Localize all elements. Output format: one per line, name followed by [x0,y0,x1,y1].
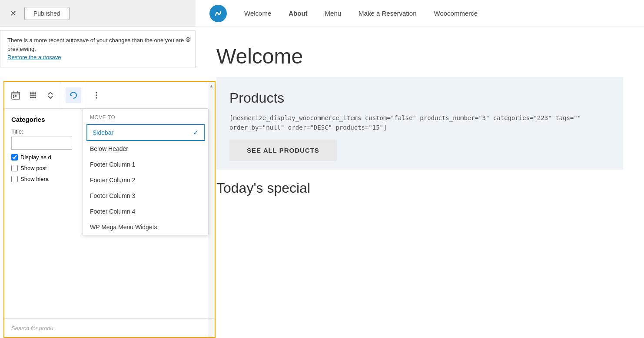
nav-welcome[interactable]: Welcome [244,10,271,17]
below-header-label: Below Header [90,145,128,152]
nav-logo [209,5,227,22]
nav-about[interactable]: About [289,10,307,17]
display-as-checkbox[interactable] [11,154,18,161]
nav-reservation[interactable]: Make a Reservation [359,10,416,17]
see-all-products-button[interactable]: SEE ALL PRODUCTS [229,140,337,161]
scroll-up-indicator: ▲ [209,84,214,88]
more-options-button[interactable] [89,87,104,103]
refresh-button[interactable] [66,87,81,103]
autosave-notice: ⊗ There is a more recent autosave of you… [0,30,196,67]
svg-point-11 [32,94,34,96]
svg-rect-6 [13,97,14,98]
restore-autosave-link[interactable]: Restore the autosave [7,54,61,60]
preview-area: Welcome About Menu Make a Reservation Wo… [196,0,644,338]
move-to-below-header[interactable]: Below Header [83,141,208,157]
search-area: Search for produ [4,318,215,337]
toolbar-group-more [85,82,108,108]
preview-nav: Welcome About Menu Make a Reservation Wo… [196,0,644,27]
svg-point-10 [30,94,32,96]
selected-checkmark: ✓ [193,128,199,137]
published-button[interactable]: Published [24,7,70,20]
calendar-icon-button[interactable] [8,87,23,103]
nav-menu[interactable]: Menu [325,10,342,17]
nav-woocommerce[interactable]: Woocommerce [434,10,478,17]
products-title: Products [229,90,610,106]
wp-mega-menu-label: WP Mega Menu Widgets [90,224,157,231]
move-to-footer-col1[interactable]: Footer Column 1 [83,157,208,172]
updown-button[interactable] [43,87,58,103]
footer-col1-label: Footer Column 1 [90,161,135,168]
preview-welcome-heading: Welcome [216,44,623,68]
preview-content: Welcome Products [mesmerize_display_wooc… [196,27,644,214]
svg-point-8 [32,92,34,94]
svg-rect-4 [13,95,14,97]
left-panel: ▲ Categories Title: Display as d Show po… [3,81,216,338]
svg-point-9 [34,92,36,94]
show-hier-checkbox[interactable] [11,176,18,182]
show-posts-checkbox[interactable] [11,165,18,171]
show-posts-label: Show post [20,165,47,171]
svg-point-17 [96,94,97,96]
footer-col2-label: Footer Column 2 [90,177,135,184]
scroll-bar: ▲ [208,82,215,337]
title-input[interactable] [11,137,72,150]
move-to-sidebar[interactable]: Sidebar ✓ [86,124,205,141]
dots-grid-button[interactable] [25,87,41,103]
shortcode-display: [mesmerize_display_woocommerce_items cus… [229,113,610,133]
products-section: Products [mesmerize_display_woocommerce_… [216,77,623,170]
sidebar-option-label: Sidebar [93,129,113,136]
svg-point-7 [30,92,32,94]
close-notice-button[interactable]: ⊗ [185,35,191,44]
toolbar-group-left [4,82,62,108]
svg-point-14 [32,97,34,98]
move-to-footer-col4[interactable]: Footer Column 4 [83,204,208,219]
move-to-footer-col3[interactable]: Footer Column 3 [83,188,208,204]
toolbar-row: ▲ [4,82,215,109]
move-to-dropdown: MOVE TO Sidebar ✓ Below Header Footer Co… [83,109,209,235]
show-hier-label: Show hiera [20,176,49,182]
toolbar-group-refresh [62,82,85,108]
search-placeholder: Search for produ [11,325,53,331]
move-to-footer-col2[interactable]: Footer Column 2 [83,172,208,188]
display-as-label: Display as d [20,154,51,161]
todays-special-heading: Today's special [216,180,623,196]
move-to-wp-mega-menu[interactable]: WP Mega Menu Widgets [83,219,208,235]
svg-point-15 [34,97,36,98]
svg-point-12 [34,94,36,96]
autosave-message: There is a more recent autosave of your … [7,37,184,52]
move-to-header: MOVE TO [83,109,208,124]
svg-point-13 [30,97,32,98]
svg-point-16 [96,92,97,94]
footer-col3-label: Footer Column 3 [90,192,135,199]
svg-rect-5 [15,95,17,97]
close-button[interactable]: ✕ [7,7,19,20]
footer-col4-label: Footer Column 4 [90,208,135,215]
svg-point-18 [96,97,97,99]
